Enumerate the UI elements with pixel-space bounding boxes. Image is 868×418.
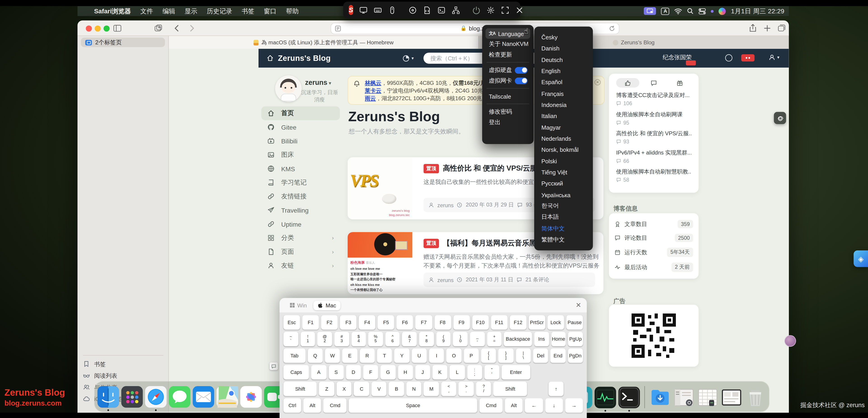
hot-post-1[interactable]: 使用油猴脚本全自动刷网课95: [616, 111, 691, 125]
key-L[interactable]: L: [450, 365, 465, 380]
hot-post-4[interactable]: 使用油猴脚本自动刷智慧职教...58: [616, 168, 691, 183]
virtual-disk-toggle[interactable]: [515, 67, 528, 73]
dock-mail[interactable]: [193, 386, 214, 408]
key-F4[interactable]: F4: [359, 315, 376, 330]
dock-messages[interactable]: [169, 386, 191, 408]
sidebar-item-0[interactable]: 书签: [83, 361, 163, 368]
chat-widget-icon[interactable]: [270, 362, 278, 370]
key-Enter[interactable]: Enter: [502, 365, 530, 380]
sidebar-item-1[interactable]: 阅读列表: [83, 372, 163, 380]
tab-comments[interactable]: [642, 78, 665, 88]
mouse-icon[interactable]: [388, 6, 397, 14]
menu-item-check-update[interactable]: 检查更新: [486, 49, 530, 60]
blog-nav-0[interactable]: 首页: [261, 106, 340, 120]
network-icon[interactable]: [452, 6, 460, 14]
menubar-clock[interactable]: 1月1日 周三 22:29: [731, 7, 784, 16]
tab-likes[interactable]: [616, 78, 639, 88]
hot-post-0[interactable]: 博客遭受CC攻击记录及应对...106: [616, 91, 691, 106]
key-F7[interactable]: F7: [415, 315, 432, 330]
blog-logo-title[interactable]: Zeruns's Blog: [278, 54, 331, 63]
key-][interactable]: }]: [498, 348, 514, 363]
key-F11[interactable]: F11: [491, 315, 507, 330]
key-7[interactable]: &7: [402, 332, 417, 346]
key-M[interactable]: M: [424, 382, 439, 396]
blog-nav-10[interactable]: 页面›: [261, 245, 340, 259]
fullscreen-icon[interactable]: [501, 6, 509, 14]
key-/[interactable]: ?/: [476, 382, 491, 396]
key-Z[interactable]: Z: [319, 382, 334, 396]
key-O[interactable]: O: [446, 348, 462, 363]
menu-item-tailscale[interactable]: Tailscale: [486, 91, 530, 101]
share-icon[interactable]: [748, 24, 757, 33]
dock-photos[interactable]: [240, 386, 262, 408]
dock-finder[interactable]: [97, 386, 119, 408]
menu-item-virtual-disk[interactable]: 虚拟硬盘: [486, 65, 530, 76]
key-=[interactable]: +=: [487, 332, 502, 346]
key-Cmd[interactable]: Cmd: [479, 398, 503, 413]
key-F6[interactable]: F6: [397, 315, 413, 330]
key-Del[interactable]: Del: [533, 348, 548, 363]
language-option-3[interactable]: English: [534, 65, 593, 77]
notice-link[interactable]: 莱卡云: [365, 88, 381, 94]
forward-icon[interactable]: [187, 24, 196, 33]
key-W[interactable]: W: [325, 348, 340, 363]
key-Shift[interactable]: Shift: [493, 382, 527, 396]
new-tab-group-icon[interactable]: [154, 24, 163, 33]
key-Ctrl[interactable]: Ctrl: [283, 398, 301, 413]
menubar-item-6[interactable]: 窗口: [264, 7, 276, 16]
key-5[interactable]: %5: [368, 332, 383, 346]
key-;[interactable]: :;: [467, 365, 482, 380]
key-N[interactable]: N: [406, 382, 422, 396]
key-End[interactable]: End: [550, 348, 565, 363]
key-Lock[interactable]: Lock: [548, 315, 564, 330]
settings-gear-icon[interactable]: [487, 6, 495, 14]
close-icon[interactable]: [515, 6, 524, 14]
input-source-icon[interactable]: A: [661, 7, 670, 15]
key-Pause[interactable]: Pause: [566, 315, 583, 330]
power-icon[interactable]: [472, 6, 480, 14]
key-Alt[interactable]: Alt: [505, 398, 523, 413]
user-menu-icon[interactable]: ▾: [768, 54, 779, 61]
language-option-0[interactable]: Česky: [534, 32, 593, 43]
language-option-11[interactable]: Polski: [534, 155, 593, 167]
key-F12[interactable]: F12: [510, 315, 526, 330]
hot-post-3[interactable]: IPv6/IPv4 + aliddns 实现黑群...66: [616, 149, 691, 164]
menubar-item-2[interactable]: 编辑: [162, 7, 175, 16]
language-option-15[interactable]: 한국어: [534, 201, 593, 211]
menubar-item-7[interactable]: 帮助: [286, 7, 299, 16]
key-F5[interactable]: F5: [378, 315, 395, 330]
key-D[interactable]: D: [346, 365, 361, 380]
blog-nav-9[interactable]: 分类›: [261, 231, 340, 245]
notice-close-icon[interactable]: ✕: [594, 79, 600, 85]
keyboard-close-icon[interactable]: ✕: [576, 301, 581, 309]
zoom-window-button[interactable]: [103, 26, 110, 32]
menubar-item-4[interactable]: 历史记录: [207, 7, 232, 16]
key-.[interactable]: >.: [459, 382, 474, 396]
menubar-item-5[interactable]: 书签: [242, 7, 254, 16]
language-option-16[interactable]: 日本語: [534, 212, 593, 223]
tab-homebrew[interactable]: 為 macOS (或 Linux) 添上套件管理工具 — Homebrew: [169, 36, 479, 49]
language-option-12[interactable]: Tiếng Việt: [534, 167, 593, 178]
refresh-icon[interactable]: [609, 25, 615, 32]
language-option-6[interactable]: Indonesia: [534, 99, 593, 110]
key-C[interactable]: C: [354, 382, 369, 396]
key-R[interactable]: R: [360, 348, 375, 363]
notice-link[interactable]: 林枫云: [365, 80, 381, 86]
key-,[interactable]: <,: [441, 382, 456, 396]
dock-maps[interactable]: [217, 386, 238, 408]
dock-downloads[interactable]: [649, 386, 671, 408]
key-B[interactable]: B: [389, 382, 404, 396]
hot-post-2[interactable]: 高性价比 和 便宜的 VPS/云服...93: [616, 129, 691, 145]
key-I[interactable]: I: [429, 348, 444, 363]
blog-nav-8[interactable]: Uptime: [261, 217, 340, 231]
key-Shift[interactable]: Shift: [283, 382, 317, 396]
key-F[interactable]: F: [363, 365, 378, 380]
blog-nav-11[interactable]: 友链›: [261, 259, 340, 273]
key-H[interactable]: H: [398, 365, 413, 380]
key-K[interactable]: K: [432, 365, 447, 380]
language-option-10[interactable]: Norsk, bokmål: [534, 144, 593, 155]
key-PrtScr[interactable]: PrtScr: [528, 315, 545, 330]
dock-activity-monitor[interactable]: [594, 386, 616, 408]
key-`[interactable]: ~`: [283, 332, 298, 346]
notice-link[interactable]: 雨云: [365, 95, 376, 101]
